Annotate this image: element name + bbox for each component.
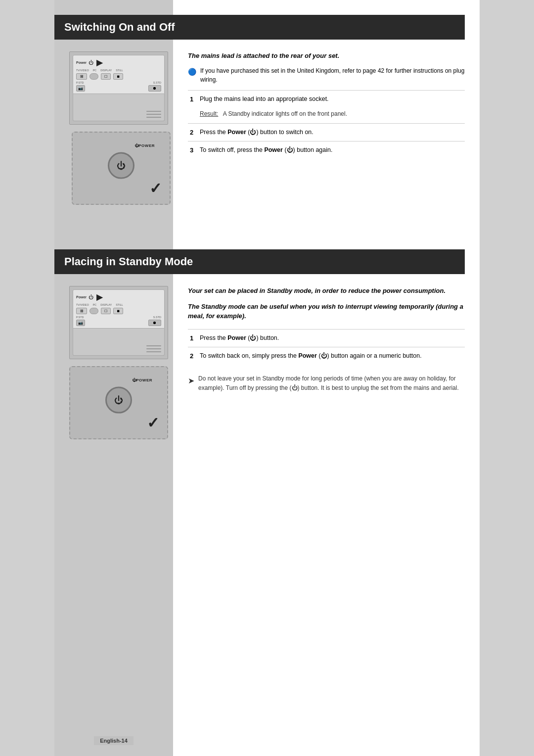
step-2-post: (⏻) button to switch on. [246,129,313,136]
step-1-row: 1 Plug the mains lead into an appropriat… [188,91,465,108]
steps-table-switching: 1 Plug the mains lead into an appropriat… [188,90,465,159]
bold-italic-note: The mains lead is attached to the rear o… [188,51,465,60]
btn-pstd-2: 📷 [76,320,85,326]
checkmark-icon-1: ✓ [149,180,162,197]
power-text-2: Power [76,295,87,299]
device-image-1: Power ⏻ ▶ TV/VIDEO PC DISPLAY STILL [69,51,168,125]
bottom-label-row: P.STD S.STD [76,81,161,84]
remote-image-2: ⏻ ⏻POWER ✓ [69,366,168,439]
power-icon: ⏻ [89,60,93,65]
vent-3 [146,117,161,118]
device-image-2: Power ⏻ ▶ TV/VIDEO PC DISPLAY STILL [69,286,168,359]
step-1-result-spacer [188,108,198,124]
title-text-standby: Placing in Standby Mode [64,255,193,268]
btn-pc-2 [89,308,98,314]
power-icon-2: ⏻ [89,294,93,300]
step-1-result-row: Result: A Standby indicator lights off o… [188,108,465,124]
btn-pc [89,73,98,80]
pc-label-2: PC [93,303,97,306]
bottom-label-row-2: P.STD S.STD [76,316,161,319]
bottom-btn-row: 📷 ⏺ [76,85,161,92]
step-2-row: 2 Press the Power (⏻) button to switch o… [188,123,465,142]
standby-step-1-num: 1 [188,329,198,347]
section-title-switching: Switching On and Off [54,15,465,40]
step-1-result-text: Result: A Standby indicator lights off o… [198,108,465,124]
steps-table-standby: 1 Press the Power (⏻) button. 2 To switc… [188,329,465,365]
btn-still: ⏹ [113,73,123,80]
step-3-num: 3 [188,142,198,159]
section-title-standby: Placing in Standby Mode [54,249,465,274]
standby-step-2-row: 2 To switch back on, simply press the Po… [188,347,465,365]
standby-step-1-row: 1 Press the Power (⏻) button. [188,329,465,347]
still-label: STILL [116,69,123,72]
step-1-num: 1 [188,91,198,108]
btn-tvvideo-2: ⊞ [76,308,87,314]
device-top-panel-2: Power ⏻ ▶ TV/VIDEO PC DISPLAY STILL [73,289,165,329]
note-item-uk: 🔵 If you have purchased this set in the … [188,66,465,84]
text-content-switching: The mains lead is attached to the rear o… [183,51,465,215]
tv-video-label-2: TV/VIDEO [76,303,89,306]
standby-step-2-pre: To switch back on, simply press the [200,352,298,359]
standby-bold-italic-2: The Standby mode can be useful when you … [188,302,465,321]
standby-step-2-text: To switch back on, simply press the Powe… [198,347,465,365]
footer: English-14 [59,736,168,745]
signal-icon-2: ▶ [96,292,102,302]
btn-display: ☐ [101,73,111,80]
step-3-pre: To switch off, press the [200,146,264,153]
step-2-pre: Press the [200,129,227,136]
step-3-text: To switch off, press the Power (⏻) butto… [198,142,465,159]
pstd-label-2: P.STD [76,316,84,319]
section-body-standby: Power ⏻ ▶ TV/VIDEO PC DISPLAY STILL [183,286,465,474]
power-button-visual-1: ⏻ [108,152,134,179]
step-2-bold: Power [227,129,246,136]
checkmark-icon-2: ✓ [147,414,159,431]
warning-note: ➤ Do not leave your set in Standby mode … [188,374,465,393]
btn-display-2: ☐ [101,308,111,314]
section-switching: Switching On and Off Power ⏻ ▶ [183,15,465,215]
main-content: Switching On and Off Power ⏻ ▶ [173,0,480,509]
power-text: Power [76,61,87,64]
result-text-1: A Standby indicator lights off on the fr… [223,110,347,117]
btn-pstd: 📷 [76,85,85,92]
step-3-bold: Power [264,146,283,153]
step-2-text: Press the Power (⏻) button to switch on. [198,123,465,142]
standby-step-2-bold: Power [298,352,317,359]
display-label-2: DISPLAY [100,303,112,306]
step-3-row: 3 To switch off, press the Power (⏻) but… [188,142,465,159]
pc-label: PC [93,69,97,72]
standby-bold-italic-1: Your set can be placed in Standby mode, … [188,286,465,296]
still-label-2: STILL [116,303,123,306]
page: Switching On and Off Power ⏻ ▶ [54,0,480,756]
step-1-text: Plug the mains lead into an appropriate … [198,91,465,108]
signal-icon: ▶ [96,58,102,67]
section-standby: Placing in Standby Mode Power ⏻ ▶ [183,249,465,474]
warning-arrow-icon: ➤ [188,375,194,387]
remote-image-1: ⏻ ⏻POWER ✓ [72,132,171,205]
footer-label: English-14 [94,736,134,745]
standby-step-1-post: (⏻) button. [246,334,279,341]
sstd-label: S.STD [153,81,161,84]
power-button-visual-2: ⏻ [105,387,132,414]
power-label-remote-1: ⏻POWER [134,143,155,148]
tv-video-label: TV/VIDEO [76,69,89,72]
images-standby: Power ⏻ ▶ TV/VIDEO PC DISPLAY STILL [69,286,173,439]
step-2-num: 2 [188,123,198,142]
power-button-icon-2: ⏻ [114,395,123,405]
button-row-1: ⊞ ☐ ⏹ [76,73,161,80]
standby-step-2-post: (⏻) button again or a numeric button. [317,352,422,359]
warning-text: Do not leave your set in Standby mode fo… [198,374,465,393]
vent-group [146,111,161,118]
note-text-uk: If you have purchased this set in the Un… [200,66,465,84]
vent-2-2 [146,348,161,349]
vent-1 [146,111,161,112]
step-3-post: (⏻) button again. [283,146,333,153]
btn-sstd-2: ⏺ [148,320,161,326]
section-body-switching: Power ⏻ ▶ TV/VIDEO PC DISPLAY STILL [183,51,465,215]
images-switching: Power ⏻ ▶ TV/VIDEO PC DISPLAY STILL [69,51,173,205]
vent-2-3 [146,351,161,352]
vent-group-2 [146,345,161,352]
vent-2 [146,114,161,115]
note-bullet-icon: 🔵 [188,67,196,77]
device-body-1 [73,94,165,121]
step-1-content: Plug the mains lead into an appropriate … [200,95,329,102]
